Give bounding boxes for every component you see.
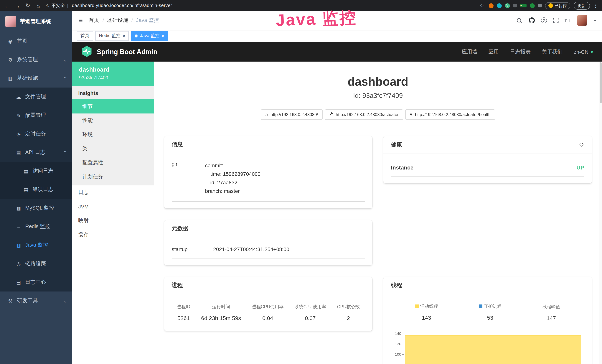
user-avatar[interactable] [577,15,587,26]
close-icon[interactable]: × [162,33,164,38]
tab-home[interactable]: 首页 [77,31,93,41]
sba-logo-icon [81,45,92,59]
instance-hero: dashboard Id: 93a3fc7f7409 ⌂ http://192.… [164,75,592,120]
scrollbar-thumb[interactable] [599,62,602,103]
sidebar-item-system[interactable]: ⚙ 系统管理 ⌄ [0,50,72,69]
layers-icon: ≡ [16,224,22,229]
history-icon[interactable]: ↺ [579,141,584,149]
info-git-row: git commit: time: 1596289704000 id: 27aa… [172,157,365,202]
chrome-update-button[interactable]: 更新 [573,2,590,10]
sba-item-logs[interactable]: 日志 [72,185,154,200]
extension-icon-grid[interactable] [513,4,517,7]
threads-stat-live: 活动线程 143 [413,303,439,321]
actuator-url-button[interactable]: http://192.168.0.2:48080/actuator [325,109,403,120]
address-bar[interactable]: dashboard.yudao.iocoder.cn/infra/admin-s… [72,3,172,8]
search-icon[interactable] [516,17,522,23]
avatar-caret-icon[interactable]: ▾ [594,18,596,23]
sidebar-item-access-log[interactable]: ▤ 访问日志 [0,162,72,180]
sidebar-item-files[interactable]: ☁ 文件管理 [0,87,72,106]
instance-header[interactable]: dashboard 93a3fc7f7409 [72,62,154,86]
profile-avatar-icon [548,3,553,8]
page-title: dashboard [164,75,592,89]
instance-id-subtitle: Id: 93a3fc7f7409 [164,92,592,100]
browser-chrome: ← → ↻ ⌂ ⚠ 不安全 | dashboard.yudao.iocoder.… [0,0,602,11]
hamburger-icon[interactable]: ≡ [78,16,83,25]
sidebar-item-log-center[interactable]: ▤ 日志中心 [0,273,72,291]
app-logo[interactable]: 芋道管理系统 [0,11,72,32]
cloud-icon: ☁ [16,94,22,100]
scrollbar[interactable] [599,62,602,364]
home-icon: ⌂ [265,112,268,117]
breadcrumb-infra[interactable]: 基础设施 [107,17,128,24]
site-security[interactable]: ⚠ 不安全 | [45,2,68,9]
main-column: ≡ 首页 / 基础设施 / Java 监控 [72,11,602,364]
threads-stat-peak: 线程峰值 147 [541,303,562,321]
topbar: ≡ 首页 / 基础设施 / Java 监控 [72,11,602,30]
sba-nav-applications[interactable]: 应用 [489,49,499,55]
metadata-card: 元数据 startup 2021-04-27T00:44:31.254+08:0… [164,220,373,265]
sidebar-item-api-log[interactable]: ▤ API 日志 ⌃ [0,143,72,162]
sidebar-item-java-monitor[interactable]: ▥ Java 监控 [0,236,72,254]
locale-select[interactable]: zh-CN ▾ [574,49,593,55]
sidebar-item-devtools[interactable]: ⚒ 研发工具 ⌄ [0,291,72,310]
sidebar-item-jobs[interactable]: ◷ 定时任务 [0,125,72,143]
sidebar-item-config[interactable]: ✎ 配置管理 [0,106,72,125]
sidebar-item-infra[interactable]: ▥ 基础设施 ⌃ [0,69,72,87]
extension-icon-orange[interactable] [489,3,493,8]
sba-item-metrics[interactable]: 性能 [72,114,154,128]
info-card: 信息 git commit: time: 1596289704000 id: 2… [164,136,373,208]
sidebar-item-error-log[interactable]: ▤ 错误日志 [0,180,72,199]
chrome-menu-icon[interactable]: ⋮ [593,3,598,9]
sidebar-item-home[interactable]: ◉ 首页 [0,32,72,50]
sba-item-caches[interactable]: 缓存 [72,228,154,242]
back-icon[interactable]: ← [4,2,10,9]
sba-item-environment[interactable]: 环境 [72,128,154,142]
vue-devtools-icon[interactable]: V [505,3,510,8]
bookmark-star-icon[interactable]: ☆ [479,2,485,9]
sba-item-jvm[interactable]: JVM [72,200,154,214]
breadcrumb-separator: / [103,17,104,23]
extension-icon-leaf[interactable] [530,3,535,8]
github-icon[interactable] [528,17,535,24]
extension-icon-teal[interactable] [497,3,502,8]
breadcrumb-home[interactable]: 首页 [89,17,99,24]
sba-body: dashboard 93a3fc7f7409 Insights 细节 性能 环境… [72,62,602,364]
app-title: 芋道管理系统 [20,18,51,25]
logo-image [5,16,16,27]
health-url-button[interactable]: ♥ http://192.168.0.2:48080/actuator/heal… [405,109,495,120]
home-icon[interactable]: ⌂ [35,2,42,9]
monitor-icon: ▥ [7,75,13,81]
help-icon[interactable]: ? [541,17,547,23]
log-icon: ▤ [23,187,29,192]
extension-on-badge[interactable]: on [520,4,526,7]
chevron-down-icon: ⌄ [63,57,67,63]
sba-item-details[interactable]: 细节 [72,99,154,114]
legend-swatch-blue [479,304,483,308]
sba-nav-journal[interactable]: 日志报表 [510,49,531,55]
font-size-icon[interactable]: тT [565,17,571,23]
close-icon[interactable]: × [123,33,125,38]
tab-java-monitor[interactable]: Java 监控 × [131,31,168,41]
sidebar-item-mysql[interactable]: ▦ MySQL 监控 [0,199,72,217]
extensions-puzzle-icon[interactable] [538,4,542,7]
sidebar-item-tracing[interactable]: ◎ 链路追踪 [0,254,72,273]
sba-nav-about[interactable]: 关于我们 [542,49,563,55]
forward-icon[interactable]: → [14,2,21,9]
fullscreen-icon[interactable] [553,17,559,23]
sba-header: Spring Boot Admin 应用墙 应用 日志报表 关于我们 zh-CN… [72,42,602,62]
chevron-up-icon: ⌃ [63,75,67,81]
info-card-title: 信息 [164,136,373,153]
chevron-down-icon: ⌄ [63,298,67,304]
sba-item-mappings[interactable]: 映射 [72,214,154,228]
reload-icon[interactable]: ↻ [24,2,31,9]
sidebar-item-redis[interactable]: ≡ Redis 监控 [0,217,72,236]
tab-redis-monitor[interactable]: Redis 监控 × [95,31,129,41]
sba-item-scheduled-tasks[interactable]: 计划任务 [72,170,154,184]
health-instance-row[interactable]: Instance UP [391,158,584,177]
sba-item-classes[interactable]: 类 [72,142,154,156]
sba-item-config-props[interactable]: 配置属性 [72,156,154,170]
spring-boot-admin: Spring Boot Admin 应用墙 应用 日志报表 关于我们 zh-CN… [72,42,602,364]
service-url-button[interactable]: ⌂ http://192.168.0.2:48080/ [261,109,322,120]
sba-nav-wallboard[interactable]: 应用墙 [462,49,477,55]
profile-paused-badge[interactable]: 已暂停 [545,2,570,9]
